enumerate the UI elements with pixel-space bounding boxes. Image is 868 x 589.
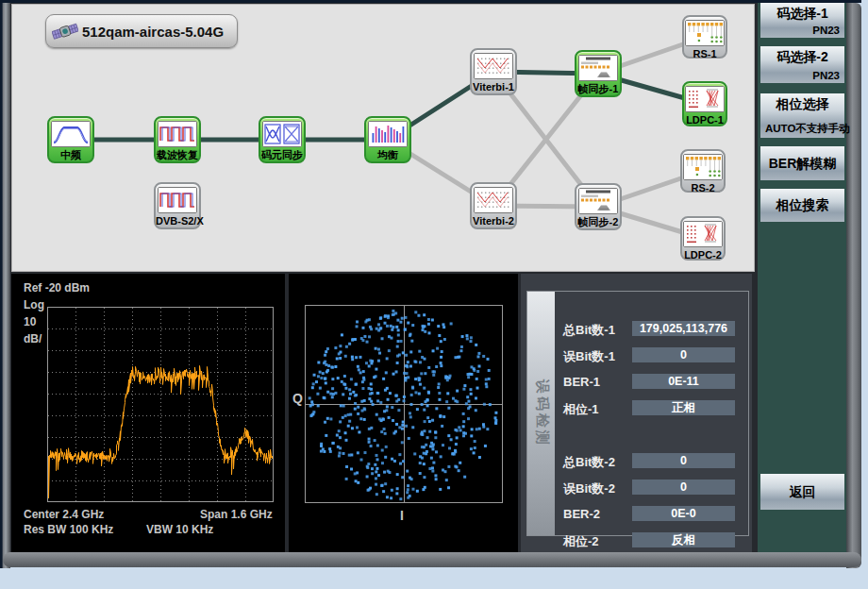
- sidebar-button-label: 相位搜索: [765, 197, 840, 214]
- ber-row-label: BER-1: [563, 375, 600, 389]
- spectrum-span: Span 1.6 GHz: [200, 508, 273, 521]
- sidebar-button-1[interactable]: 码选择-1PN23: [760, 3, 844, 38]
- spectrum-rbw: Res BW 100 KHz: [24, 523, 113, 536]
- sidebar-button-sublabel: PN23: [765, 70, 840, 81]
- satellite-icon: [52, 18, 78, 44]
- rs-icon: [683, 154, 723, 180]
- node-zaibo[interactable]: 载波恢复: [154, 116, 201, 163]
- ber-row-value: 0: [632, 347, 735, 362]
- spectrum-log-label: Log: [24, 298, 44, 311]
- spectrum-analyzer-panel: Ref -20 dBm Log 10 dB/ Center 2.4 GHz Sp…: [11, 274, 285, 552]
- ber-row-2: 误Bit数-10: [527, 348, 748, 363]
- node-zhongpin[interactable]: 中频: [47, 116, 94, 163]
- ber-row-label: 总Bit数-1: [563, 322, 615, 339]
- ber-row-label: 总Bit数-2: [563, 454, 615, 471]
- rs-icon: [685, 20, 725, 46]
- node-rs1[interactable]: RS-1: [682, 15, 727, 59]
- node-label: 均衡: [366, 148, 409, 161]
- node-label: Viterbi-1: [472, 80, 515, 93]
- spectrum-center-freq: Center 2.4 GHz: [24, 508, 104, 521]
- node-fs2[interactable]: 帧同步-2: [575, 183, 622, 230]
- node-label: 帧同步-1: [576, 82, 620, 95]
- eye-icon: [262, 121, 302, 147]
- spectrum-scale-value: 10: [24, 315, 36, 328]
- ber-row-value: 0: [632, 480, 735, 495]
- node-rs2[interactable]: RS-2: [680, 149, 726, 193]
- ber-row-value: 179,025,113,776: [632, 321, 735, 336]
- signal-source-button[interactable]: 512qam-aircas-5.04G: [45, 14, 238, 48]
- spectrum-ref-level: Ref -20 dBm: [24, 281, 90, 294]
- ber-row-label: 相位-2: [563, 533, 599, 550]
- spectrum-vbw: VBW 10 KHz: [146, 523, 213, 536]
- equalizer-icon: [368, 121, 408, 147]
- node-vit1[interactable]: Viterbi-1: [470, 48, 517, 95]
- return-button-label: 返回: [765, 484, 840, 501]
- app-window: 中频载波恢复DVB-S2/X码元同步均衡Viterbi-1Viterbi-2帧同…: [0, 0, 868, 589]
- node-vit2[interactable]: Viterbi-2: [470, 182, 517, 229]
- sidebar-button-5[interactable]: 相位搜索: [760, 189, 844, 222]
- spectrum-display: [47, 307, 274, 502]
- ldpc-icon: [683, 221, 723, 247]
- ber-row-value: 反相: [632, 532, 735, 547]
- sidebar-button-sublabel: PN23: [765, 25, 840, 36]
- node-fs1[interactable]: 帧同步-1: [575, 50, 622, 97]
- return-button[interactable]: 返回: [760, 474, 844, 510]
- sidebar-button-2[interactable]: 码选择-2PN23: [760, 46, 844, 83]
- waveform-icon: [158, 187, 197, 213]
- spectrum-db-label: dB/: [24, 332, 42, 345]
- node-mayuan[interactable]: 码元同步: [259, 116, 306, 163]
- constellation-panel: Q I: [289, 274, 518, 552]
- sidebar-button-label: 相位选择: [765, 96, 840, 113]
- ber-row-8: 相位-2反相: [527, 533, 748, 548]
- window-frame-left: [0, 3, 10, 568]
- window-frame-right: [846, 3, 861, 568]
- ber-row-label: BER-2: [563, 507, 600, 521]
- waveform-icon: [158, 121, 197, 147]
- node-junheng[interactable]: 均衡: [364, 116, 411, 163]
- main-content: 中频载波恢复DVB-S2/X码元同步均衡Viterbi-1Viterbi-2帧同…: [10, 3, 846, 552]
- ber-monitor-panel: 误码检测 总Bit数-1179,025,113,776误Bit数-10BER-1…: [521, 274, 752, 552]
- sidebar-button-3[interactable]: 相位选择AUTO不支持手动: [760, 93, 844, 138]
- sidebar-button-label: BER解模糊: [765, 156, 840, 173]
- ldpc-icon: [685, 86, 725, 112]
- trellis-icon: [474, 187, 513, 213]
- ber-row-label: 误Bit数-2: [563, 480, 615, 497]
- node-ldpc2[interactable]: LDPC-2: [680, 216, 726, 261]
- signal-chain-diagram: 中频载波恢复DVB-S2/X码元同步均衡Viterbi-1Viterbi-2帧同…: [11, 4, 755, 272]
- ber-row-6: 误Bit数-20: [527, 480, 748, 496]
- sidebar: 码选择-1PN23码选择-2PN23相位选择AUTO不支持手动BER解模糊相位搜…: [758, 3, 846, 552]
- ber-row-value: 0E-0: [632, 506, 735, 521]
- window-frame-bottom: [3, 552, 861, 567]
- node-label: RS-1: [684, 47, 726, 60]
- ber-row-5: 总Bit数-20: [527, 454, 748, 469]
- i-axis-label: I: [400, 508, 404, 523]
- node-label: 码元同步: [260, 148, 304, 161]
- ber-row-value: 0E-11: [632, 374, 735, 389]
- spectrum-icon: [51, 121, 91, 147]
- node-label: 帧同步-2: [576, 215, 620, 228]
- constellation-display: [305, 305, 503, 503]
- ber-row-3: BER-10E-11: [527, 375, 748, 390]
- node-label: Viterbi-2: [472, 214, 515, 227]
- sidebar-button-label: 码选择-1: [765, 6, 840, 23]
- frame-icon: [578, 55, 618, 81]
- ber-row-label: 误Bit数-1: [563, 348, 615, 365]
- node-ldpc1[interactable]: LDPC-1: [682, 81, 727, 126]
- ber-row-4: 相位-1正相: [527, 401, 748, 416]
- node-label: 载波恢复: [156, 148, 199, 161]
- ber-row-value: 正相: [632, 400, 735, 415]
- ber-row-7: BER-20E-0: [527, 507, 748, 522]
- sidebar-button-4[interactable]: BER解模糊: [760, 146, 844, 180]
- ber-row-1: 总Bit数-1179,025,113,776: [527, 322, 748, 337]
- ber-row-label: 相位-1: [563, 401, 599, 418]
- node-label: 中频: [49, 148, 92, 161]
- ber-row-value: 0: [632, 453, 735, 468]
- node-dvb[interactable]: DVB-S2/X: [154, 182, 201, 229]
- sidebar-button-label: 码选择-2: [765, 49, 840, 66]
- frame-icon: [578, 188, 618, 214]
- ber-monitor-box: 误码检测 总Bit数-1179,025,113,776误Bit数-10BER-1…: [526, 291, 749, 536]
- trellis-icon: [474, 53, 513, 79]
- node-label: DVB-S2/X: [156, 214, 199, 227]
- node-label: LDPC-2: [682, 248, 724, 261]
- sidebar-button-sublabel: AUTO不支持手动: [765, 122, 840, 136]
